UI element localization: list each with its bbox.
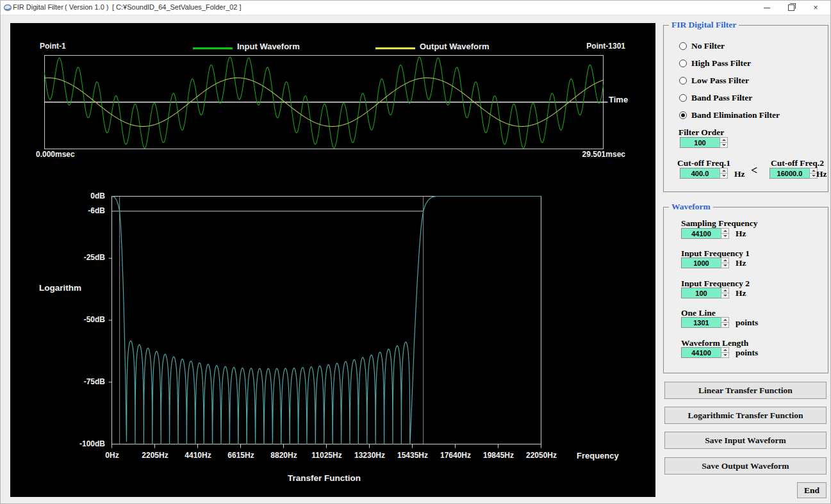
frequency-axis-label: Frequency (577, 451, 619, 460)
spin-up-button[interactable] (721, 347, 729, 353)
spin-down-button[interactable] (720, 143, 728, 148)
minimize-icon (764, 8, 770, 8)
radio-band-pass[interactable]: Band Pass Filter (679, 93, 752, 103)
legend-input-swatch (193, 47, 233, 49)
field-unit: Hz (736, 288, 746, 298)
field-stepper: 1301 (681, 317, 729, 328)
spin-down-button[interactable] (721, 323, 729, 328)
cutoff1-label: Cut-off Freq.1 (677, 158, 730, 168)
arrow-up-icon (723, 230, 727, 232)
db-tick-label: -25dB (73, 253, 105, 262)
spin-up-button[interactable] (721, 228, 729, 234)
spin-down-button[interactable] (721, 234, 729, 239)
linear-transfer-function-button[interactable]: Linear Transfer Function (664, 382, 827, 399)
filter-order-label: Filter Order (679, 127, 724, 138)
arrow-down-icon (723, 324, 727, 326)
spinner (720, 168, 728, 179)
arrow-down-icon (722, 175, 726, 177)
field-unit: points (736, 318, 758, 328)
field-label: Sampling Frequency (681, 218, 757, 229)
end-button[interactable]: End (797, 482, 827, 498)
plot-area: Point-1 Point-1301 Input Waveform Output… (10, 23, 655, 497)
arrow-down-icon (812, 175, 816, 177)
arrow-down-icon (723, 235, 727, 237)
arrow-up-icon (723, 319, 727, 321)
arrow-up-icon (722, 139, 726, 141)
cutoff1-stepper: 400.0 (680, 168, 728, 179)
save-input-waveform-button[interactable]: Save Input Waveform (664, 432, 827, 449)
field-stepper: 44100 (681, 228, 729, 239)
cutoff2-unit: Hz (816, 169, 827, 179)
spin-down-button[interactable] (721, 353, 729, 358)
restore-button[interactable] (779, 1, 803, 15)
db-tick-label: -50dB (73, 315, 105, 324)
field-value[interactable]: 1000 (681, 257, 721, 268)
field-value[interactable]: 44100 (681, 347, 721, 358)
cutoff1-value[interactable]: 400.0 (680, 168, 720, 179)
logarithmic-transfer-function-button[interactable]: Logarithmic Transfer Function (664, 407, 827, 424)
spinner (721, 288, 729, 298)
spin-up-button[interactable] (720, 168, 728, 174)
radio-high-pass[interactable]: High Pass Filter (679, 58, 751, 69)
radio-circle[interactable] (679, 60, 687, 67)
cutoff1-unit: Hz (734, 169, 745, 179)
cutoff2-stepper: 16000.0 (769, 168, 818, 179)
spin-down-button[interactable] (721, 293, 729, 298)
radio-no-filter[interactable]: No Filter (679, 41, 725, 51)
spinner (721, 228, 729, 239)
field-value[interactable]: 44100 (681, 228, 721, 239)
arrow-up-icon (812, 170, 816, 172)
time-start-label: 0.000msec (36, 150, 75, 159)
save-output-waveform-button[interactable]: Save Output Waveform (664, 457, 827, 475)
filter-order-value[interactable]: 100 (680, 137, 720, 148)
db-tick-label: 0dB (73, 191, 105, 200)
waveform-group-title: Waveform (669, 202, 713, 212)
db-tick-label: -100dB (73, 439, 105, 448)
radio-circle[interactable] (679, 111, 687, 119)
spin-up-button[interactable] (721, 288, 729, 293)
spin-up-button[interactable] (720, 137, 728, 143)
spin-up-button[interactable] (721, 317, 729, 323)
arrow-up-icon (723, 289, 727, 291)
minimize-button[interactable] (755, 1, 779, 15)
app-icon (3, 3, 12, 12)
field-unit: points (736, 348, 758, 358)
window-path: [ C:¥SoundID_64_SetValues_Folder_02 ] (112, 3, 242, 11)
close-button[interactable]: × (803, 1, 828, 15)
radio-low-pass[interactable]: Low Pass Filter (679, 76, 749, 86)
transfer-function-chart (106, 193, 555, 456)
db-tick-label: -6dB (73, 206, 105, 215)
window-version: ( Version 1.0 ) (65, 3, 108, 11)
transfer-function-title: Transfer Function (234, 473, 414, 483)
cutoff2-label: Cut-off Freq.2 (771, 158, 824, 168)
field-stepper: 1000 (681, 257, 729, 268)
field-unit: Hz (736, 258, 746, 268)
window-title: FIR Digital Filter (13, 3, 63, 11)
spin-up-button[interactable] (721, 257, 729, 263)
field-value[interactable]: 100 (681, 288, 721, 298)
spinner (721, 317, 729, 328)
radio-label: Band Elimination Filter (691, 110, 780, 120)
less-than-sign: < (751, 164, 757, 177)
radio-circle[interactable] (679, 77, 687, 85)
field-stepper: 100 (681, 288, 729, 298)
field-value[interactable]: 1301 (681, 317, 721, 328)
radio-label: Low Pass Filter (691, 76, 749, 86)
radio-label: High Pass Filter (691, 58, 751, 69)
radio-label: Band Pass Filter (691, 93, 752, 103)
radio-band-elimination[interactable]: Band Elimination Filter (679, 110, 780, 120)
spinner (721, 347, 729, 358)
cutoff2-value[interactable]: 16000.0 (769, 168, 809, 179)
point-end-label: Point-1301 (568, 42, 625, 51)
radio-circle[interactable] (679, 42, 687, 50)
radio-circle[interactable] (679, 94, 687, 102)
logarithm-axis-label: Logarithm (39, 283, 81, 293)
legend-output-swatch (375, 47, 415, 49)
spin-down-button[interactable] (720, 174, 728, 179)
radio-label: No Filter (691, 41, 725, 51)
point-start-label: Point-1 (40, 42, 66, 51)
arrow-down-icon (722, 144, 726, 146)
db-tick-label: -75dB (73, 377, 105, 386)
spin-down-button[interactable] (721, 263, 729, 268)
filter-order-stepper: 100 (680, 137, 728, 148)
